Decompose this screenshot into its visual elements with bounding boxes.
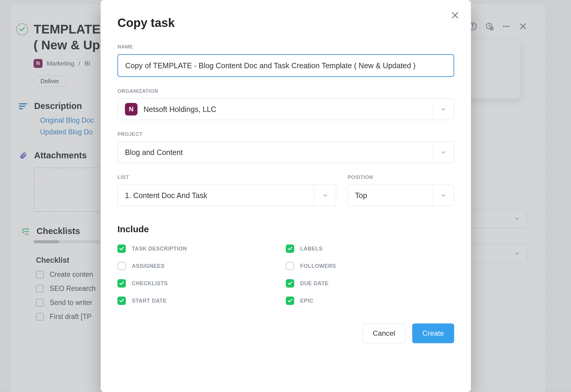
name-input[interactable] [117, 54, 454, 77]
include-option-label: DUE DATE [300, 280, 329, 287]
chevron-down-icon [314, 185, 329, 206]
modal-close-icon[interactable] [451, 11, 460, 20]
modal-title: Copy task [117, 16, 454, 30]
include-option-label: FOLLOWERS [300, 263, 336, 269]
checkbox-icon[interactable] [286, 297, 294, 305]
include-option-label: TASK DESCRIPTION [132, 246, 187, 252]
include-option-label: LABELS [300, 246, 323, 252]
org-badge-icon: N [125, 103, 138, 116]
checkbox-icon[interactable] [117, 279, 126, 288]
checkbox-icon[interactable] [117, 262, 126, 270]
list-label: LIST [117, 174, 336, 180]
create-button[interactable]: Create [412, 323, 454, 343]
include-option-label: ASSIGNEES [132, 263, 165, 269]
project-label: PROJECT [117, 131, 454, 137]
chevron-down-icon [432, 142, 447, 163]
position-label: POSITION [348, 174, 454, 180]
include-option-label: START DATE [132, 298, 167, 304]
checkbox-icon[interactable] [286, 244, 294, 253]
position-select[interactable]: Top [348, 185, 454, 206]
position-value: Top [355, 191, 367, 200]
include-option-followers[interactable]: FOLLOWERS [286, 262, 454, 270]
include-option-label: CHECKLISTS [132, 280, 168, 287]
checkbox-icon[interactable] [117, 297, 126, 305]
chevron-down-icon [432, 99, 447, 120]
include-option-due_date[interactable]: DUE DATE [286, 279, 454, 288]
include-option-checklists[interactable]: CHECKLISTS [117, 279, 286, 288]
name-label: NAME [117, 44, 454, 50]
organization-value: Netsoft Holdings, LLC [143, 105, 216, 114]
checkbox-icon[interactable] [286, 279, 294, 288]
include-option-label: EPIC [300, 298, 313, 304]
include-option-assignees[interactable]: ASSIGNEES [117, 262, 286, 270]
include-options: TASK DESCRIPTIONLABELSASSIGNEESFOLLOWERS… [117, 244, 454, 305]
project-value: Blog and Content [125, 148, 183, 157]
chevron-down-icon [432, 185, 447, 206]
copy-task-modal: Copy task NAME ORGANIZATION N Netsoft Ho… [101, 0, 471, 392]
organization-select[interactable]: N Netsoft Holdings, LLC [117, 98, 454, 120]
include-option-epic[interactable]: EPIC [286, 297, 454, 305]
organization-label: ORGANIZATION [117, 88, 454, 94]
cancel-button[interactable]: Cancel [362, 323, 406, 343]
project-select[interactable]: Blog and Content [117, 142, 454, 163]
include-title: Include [117, 224, 454, 234]
include-option-labels[interactable]: LABELS [286, 244, 454, 253]
list-value: 1. Content Doc And Task [125, 191, 207, 200]
list-select[interactable]: 1. Content Doc And Task [117, 185, 336, 206]
include-option-task_description[interactable]: TASK DESCRIPTION [117, 244, 286, 253]
checkbox-icon[interactable] [117, 244, 126, 253]
include-option-start_date[interactable]: START DATE [117, 297, 286, 305]
checkbox-icon[interactable] [286, 262, 294, 270]
